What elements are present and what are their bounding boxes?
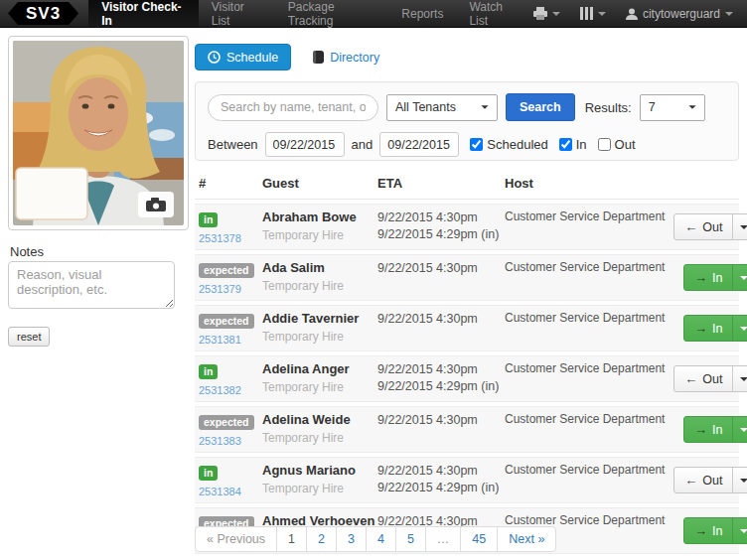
guest-name: Addie Tavernier	[262, 311, 374, 326]
table-row: in 2531384 Agnus Mariano Temporary Hire …	[195, 457, 739, 503]
header-eta: ETA	[377, 176, 501, 191]
status-badge: in	[199, 212, 218, 227]
caret-down-icon	[552, 12, 560, 16]
scheduled-checkbox[interactable]	[470, 138, 483, 151]
pagination-page-3[interactable]: 3	[336, 526, 367, 552]
visitor-table: # Guest ETA Host in 2531378 Abraham Bowe…	[195, 171, 739, 554]
check-in-dropdown-button[interactable]	[732, 417, 747, 442]
pagination-page-1[interactable]: 1	[276, 526, 307, 552]
caret-down-icon	[688, 105, 695, 109]
check-in-dropdown-button[interactable]	[732, 265, 747, 290]
out-checkbox[interactable]	[598, 138, 611, 151]
arrow-left-icon: ←	[684, 219, 697, 234]
caret-down-icon	[481, 105, 488, 109]
sv3-app-window: SV3 Visitor Check-In Visitor List Packag…	[0, 0, 747, 560]
from-date-input[interactable]	[265, 132, 345, 157]
check-in-button[interactable]: → In	[684, 417, 732, 442]
guest-type: Temporary Hire	[262, 482, 374, 495]
out-checkbox-group: Out	[598, 137, 636, 152]
table-row: expected 2531381 Addie Tavernier Tempora…	[195, 305, 739, 351]
visitor-id-link[interactable]: 2531379	[199, 283, 258, 295]
visitor-id-link[interactable]: 2531381	[199, 334, 258, 346]
pagination-previous[interactable]: « Previous	[195, 526, 277, 552]
main-nav: Visitor Check-In Visitor List Package Tr…	[88, 0, 533, 27]
badge-photo-overlay	[16, 168, 87, 219]
search-panel: All Tenants Search Results: 7 Between an…	[195, 81, 739, 161]
check-out-split-button: ← Out	[673, 365, 747, 392]
header-num: #	[199, 176, 258, 191]
check-out-dropdown-button[interactable]	[732, 366, 747, 391]
search-row: All Tenants Search Results: 7	[208, 93, 728, 121]
check-out-button[interactable]: ← Out	[674, 468, 732, 492]
nav-item-watch-list[interactable]: Watch List	[456, 0, 533, 27]
arrow-right-icon: →	[694, 422, 707, 437]
check-in-button[interactable]: → In	[684, 518, 732, 543]
search-input[interactable]	[208, 94, 378, 121]
guest-type: Temporary Hire	[262, 431, 374, 445]
top-navbar: SV3 Visitor Check-In Visitor List Packag…	[0, 0, 747, 28]
pagination-page-4[interactable]: 4	[366, 526, 396, 552]
pagination-page-5[interactable]: 5	[395, 526, 426, 552]
nav-item-visitor-check-in[interactable]: Visitor Check-In	[88, 0, 199, 27]
visitor-id-link[interactable]: 2531384	[199, 486, 258, 497]
pagination-page-45[interactable]: 45	[460, 526, 498, 552]
arrow-left-icon: ←	[684, 371, 697, 386]
tab-directory[interactable]: Directory	[313, 51, 379, 65]
check-in-button[interactable]: → In	[684, 265, 732, 290]
eta-scheduled: 9/22/2015 4:30pm	[377, 210, 501, 226]
eta-checkin: 9/22/2015 4:29pm (in)	[377, 378, 501, 395]
check-in-split-button: → In	[683, 517, 747, 544]
header-guest: Guest	[262, 176, 374, 191]
pagination-page-2[interactable]: 2	[306, 526, 337, 552]
print-menu[interactable]	[533, 7, 560, 20]
date-filter-row: Between and Scheduled In Out	[208, 132, 728, 157]
check-out-button[interactable]: ← Out	[674, 214, 732, 239]
visitor-id-link[interactable]: 2531383	[199, 435, 258, 447]
host-name: Customer Service Department	[505, 412, 665, 426]
table-header: # Guest ETA Host	[195, 171, 739, 200]
table-row: expected 2531383 Adelina Weide Temporary…	[195, 406, 739, 453]
in-checkbox[interactable]	[559, 138, 572, 151]
host-name: Customer Service Department	[505, 311, 665, 325]
search-button[interactable]: Search	[506, 93, 575, 121]
pagination-next[interactable]: Next »	[497, 526, 556, 552]
status-badge: expected	[199, 314, 254, 329]
table-row: in 2531382 Adelina Anger Temporary Hire …	[195, 355, 739, 402]
nav-item-visitor-list[interactable]: Visitor List	[199, 0, 275, 27]
check-in-split-button: → In	[683, 315, 747, 342]
check-out-split-button: ← Out	[673, 467, 747, 493]
check-in-dropdown-button[interactable]	[732, 518, 747, 543]
between-label: Between	[208, 137, 258, 152]
check-in-button[interactable]: → In	[684, 316, 732, 341]
reset-button[interactable]: reset	[8, 327, 50, 347]
caret-down-icon	[598, 12, 606, 16]
eta-scheduled: 9/22/2015 4:30pm	[377, 311, 501, 328]
check-in-split-button: → In	[683, 264, 747, 291]
arrow-right-icon: →	[694, 321, 707, 336]
check-out-dropdown-button[interactable]	[732, 214, 747, 239]
guest-name: Adelina Anger	[262, 361, 374, 376]
in-checkbox-group: In	[559, 137, 587, 152]
host-name: Customer Service Department	[505, 210, 665, 223]
user-icon	[626, 8, 638, 20]
check-out-dropdown-button[interactable]	[732, 468, 747, 492]
columns-icon	[580, 7, 593, 20]
tab-schedule[interactable]: Schedule	[195, 44, 291, 70]
columns-menu[interactable]	[580, 7, 606, 20]
visitor-photo	[13, 41, 184, 225]
user-menu[interactable]: citytowerguard	[626, 7, 733, 21]
tenant-select[interactable]: All Tenants	[386, 94, 498, 121]
check-in-dropdown-button[interactable]	[732, 316, 747, 341]
check-out-button[interactable]: ← Out	[674, 366, 732, 391]
host-name: Customer Service Department	[505, 361, 665, 375]
guest-type: Temporary Hire	[262, 279, 374, 293]
notes-textarea[interactable]	[8, 261, 175, 309]
visitor-id-link[interactable]: 2531382	[199, 384, 258, 396]
nav-item-reports[interactable]: Reports	[388, 0, 456, 27]
to-date-input[interactable]	[379, 132, 459, 157]
visitor-id-link[interactable]: 2531378	[199, 232, 258, 244]
guest-type: Temporary Hire	[262, 380, 374, 394]
results-count-select[interactable]: 7	[640, 94, 705, 121]
eta-scheduled: 9/22/2015 4:30pm	[377, 260, 501, 277]
nav-item-package-tracking[interactable]: Package Tracking	[275, 0, 389, 27]
